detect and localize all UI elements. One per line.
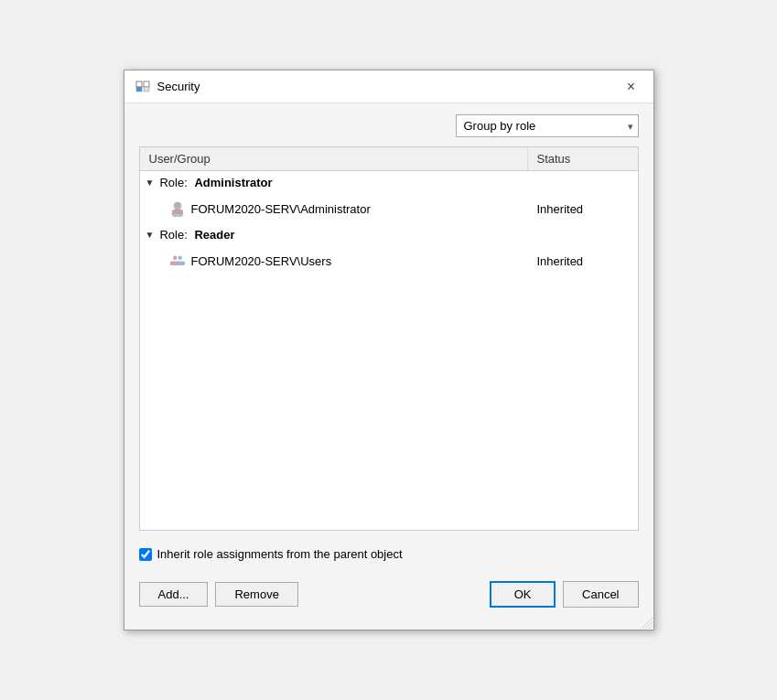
svg-point-6 bbox=[175, 203, 179, 208]
svg-rect-0 bbox=[136, 81, 142, 87]
footer-buttons-left: Add... Remove bbox=[139, 582, 298, 607]
security-dialog: Security × Group by role Group by user N… bbox=[124, 70, 654, 630]
collapse-icon: ▼ bbox=[146, 178, 155, 188]
close-button[interactable]: × bbox=[621, 76, 642, 98]
status-administrator: Inherited bbox=[528, 199, 638, 219]
collapse-icon-2: ▼ bbox=[146, 230, 155, 240]
group-by-row: Group by role Group by user No grouping … bbox=[139, 114, 639, 137]
dialog-title: Security bbox=[157, 80, 200, 93]
table-header: User/Group Status bbox=[140, 147, 638, 171]
role-name-1: Administrator bbox=[194, 176, 272, 189]
cancel-button[interactable]: Cancel bbox=[563, 581, 638, 608]
svg-rect-2 bbox=[144, 81, 149, 87]
resize-grip[interactable] bbox=[642, 618, 653, 629]
title-bar: Security × bbox=[124, 70, 653, 103]
role-reader-header[interactable]: ▼ Role: Reader bbox=[140, 223, 638, 246]
add-button[interactable]: Add... bbox=[139, 582, 209, 607]
svg-rect-3 bbox=[144, 87, 149, 92]
table-row-2[interactable]: FORUM2020-SERV\Users Inherited bbox=[140, 246, 638, 275]
user-icon bbox=[169, 200, 186, 217]
svg-line-14 bbox=[649, 625, 653, 629]
table-row[interactable]: FORUM2020-SERV\Administrator Inherited bbox=[140, 194, 638, 223]
inherit-checkbox-row: Inherit role assignments from the parent… bbox=[139, 540, 639, 565]
svg-rect-1 bbox=[136, 87, 142, 92]
cell-user-administrator: FORUM2020-SERV\Administrator bbox=[140, 198, 528, 220]
inherit-label: Inherit role assignments from the parent… bbox=[157, 547, 403, 561]
col-status-header: Status bbox=[528, 147, 638, 170]
user-users-name: FORUM2020-SERV\Users bbox=[191, 254, 332, 268]
role-label-1: Role: bbox=[159, 176, 190, 189]
group-by-select-wrapper: Group by role Group by user No grouping … bbox=[456, 114, 639, 137]
inherit-checkbox[interactable] bbox=[139, 548, 152, 561]
remove-button[interactable]: Remove bbox=[215, 582, 297, 607]
user-administrator-name: FORUM2020-SERV\Administrator bbox=[191, 202, 371, 216]
svg-rect-7 bbox=[172, 210, 183, 214]
role-label-2: Role: bbox=[159, 228, 190, 242]
footer-buttons-right: OK Cancel bbox=[490, 581, 638, 608]
security-icon bbox=[135, 80, 150, 94]
svg-line-13 bbox=[645, 621, 653, 629]
role-administrator-header[interactable]: ▼ Role: Administrator bbox=[140, 171, 638, 194]
ok-button[interactable]: OK bbox=[490, 581, 556, 608]
group-icon bbox=[169, 253, 186, 269]
security-table: User/Group Status ▼ Role: Administrator bbox=[139, 146, 639, 531]
svg-point-8 bbox=[173, 256, 178, 261]
dialog-body: Group by role Group by user No grouping … bbox=[124, 103, 653, 630]
col-user-header: User/Group bbox=[140, 147, 528, 170]
cell-user-users: FORUM2020-SERV\Users bbox=[140, 250, 528, 272]
title-bar-left: Security bbox=[135, 80, 200, 94]
group-by-select[interactable]: Group by role Group by user No grouping bbox=[456, 114, 639, 137]
status-users: Inherited bbox=[528, 252, 638, 271]
footer-buttons: Add... Remove OK Cancel bbox=[139, 574, 639, 619]
svg-rect-11 bbox=[176, 261, 185, 265]
role-name-2: Reader bbox=[194, 228, 234, 242]
svg-point-10 bbox=[178, 256, 182, 261]
